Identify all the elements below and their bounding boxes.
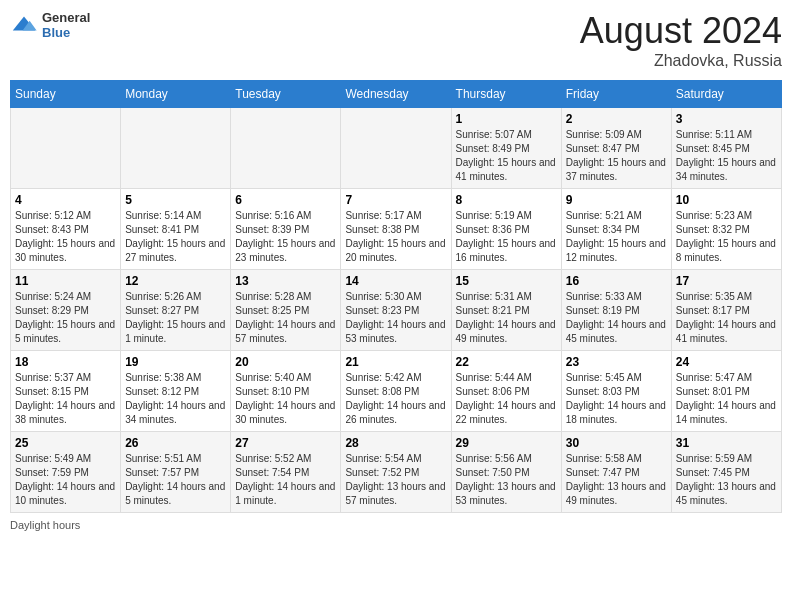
calendar-cell: 7Sunrise: 5:17 AM Sunset: 8:38 PM Daylig… xyxy=(341,189,451,270)
calendar-cell: 31Sunrise: 5:59 AM Sunset: 7:45 PM Dayli… xyxy=(671,432,781,513)
day-number: 28 xyxy=(345,436,446,450)
day-number: 21 xyxy=(345,355,446,369)
daylight-label: Daylight hours xyxy=(10,519,80,531)
day-info: Sunrise: 5:19 AM Sunset: 8:36 PM Dayligh… xyxy=(456,209,557,265)
calendar-cell: 12Sunrise: 5:26 AM Sunset: 8:27 PM Dayli… xyxy=(121,270,231,351)
day-info: Sunrise: 5:21 AM Sunset: 8:34 PM Dayligh… xyxy=(566,209,667,265)
calendar-cell: 6Sunrise: 5:16 AM Sunset: 8:39 PM Daylig… xyxy=(231,189,341,270)
day-info: Sunrise: 5:52 AM Sunset: 7:54 PM Dayligh… xyxy=(235,452,336,508)
calendar-cell: 8Sunrise: 5:19 AM Sunset: 8:36 PM Daylig… xyxy=(451,189,561,270)
calendar-cell xyxy=(231,108,341,189)
calendar-table: SundayMondayTuesdayWednesdayThursdayFrid… xyxy=(10,80,782,513)
day-info: Sunrise: 5:42 AM Sunset: 8:08 PM Dayligh… xyxy=(345,371,446,427)
day-number: 18 xyxy=(15,355,116,369)
day-number: 24 xyxy=(676,355,777,369)
weekday-header-row: SundayMondayTuesdayWednesdayThursdayFrid… xyxy=(11,81,782,108)
calendar-cell: 25Sunrise: 5:49 AM Sunset: 7:59 PM Dayli… xyxy=(11,432,121,513)
day-number: 4 xyxy=(15,193,116,207)
day-number: 13 xyxy=(235,274,336,288)
day-number: 29 xyxy=(456,436,557,450)
calendar-cell: 29Sunrise: 5:56 AM Sunset: 7:50 PM Dayli… xyxy=(451,432,561,513)
day-info: Sunrise: 5:14 AM Sunset: 8:41 PM Dayligh… xyxy=(125,209,226,265)
day-number: 22 xyxy=(456,355,557,369)
calendar-cell: 4Sunrise: 5:12 AM Sunset: 8:43 PM Daylig… xyxy=(11,189,121,270)
day-info: Sunrise: 5:51 AM Sunset: 7:57 PM Dayligh… xyxy=(125,452,226,508)
calendar-cell: 24Sunrise: 5:47 AM Sunset: 8:01 PM Dayli… xyxy=(671,351,781,432)
calendar-cell: 3Sunrise: 5:11 AM Sunset: 8:45 PM Daylig… xyxy=(671,108,781,189)
calendar-cell: 26Sunrise: 5:51 AM Sunset: 7:57 PM Dayli… xyxy=(121,432,231,513)
day-number: 11 xyxy=(15,274,116,288)
day-info: Sunrise: 5:07 AM Sunset: 8:49 PM Dayligh… xyxy=(456,128,557,184)
calendar-week-row: 1Sunrise: 5:07 AM Sunset: 8:49 PM Daylig… xyxy=(11,108,782,189)
calendar-week-row: 4Sunrise: 5:12 AM Sunset: 8:43 PM Daylig… xyxy=(11,189,782,270)
day-number: 20 xyxy=(235,355,336,369)
day-info: Sunrise: 5:26 AM Sunset: 8:27 PM Dayligh… xyxy=(125,290,226,346)
day-number: 30 xyxy=(566,436,667,450)
calendar-cell: 10Sunrise: 5:23 AM Sunset: 8:32 PM Dayli… xyxy=(671,189,781,270)
day-number: 15 xyxy=(456,274,557,288)
day-number: 19 xyxy=(125,355,226,369)
day-number: 16 xyxy=(566,274,667,288)
weekday-header: Wednesday xyxy=(341,81,451,108)
day-info: Sunrise: 5:17 AM Sunset: 8:38 PM Dayligh… xyxy=(345,209,446,265)
weekday-header: Saturday xyxy=(671,81,781,108)
calendar-week-row: 25Sunrise: 5:49 AM Sunset: 7:59 PM Dayli… xyxy=(11,432,782,513)
weekday-header: Friday xyxy=(561,81,671,108)
day-number: 14 xyxy=(345,274,446,288)
calendar-cell: 1Sunrise: 5:07 AM Sunset: 8:49 PM Daylig… xyxy=(451,108,561,189)
calendar-cell xyxy=(121,108,231,189)
weekday-header: Tuesday xyxy=(231,81,341,108)
calendar-cell: 23Sunrise: 5:45 AM Sunset: 8:03 PM Dayli… xyxy=(561,351,671,432)
logo-blue-text: Blue xyxy=(42,25,90,40)
calendar-cell: 27Sunrise: 5:52 AM Sunset: 7:54 PM Dayli… xyxy=(231,432,341,513)
calendar-week-row: 11Sunrise: 5:24 AM Sunset: 8:29 PM Dayli… xyxy=(11,270,782,351)
calendar-cell: 30Sunrise: 5:58 AM Sunset: 7:47 PM Dayli… xyxy=(561,432,671,513)
calendar-cell: 22Sunrise: 5:44 AM Sunset: 8:06 PM Dayli… xyxy=(451,351,561,432)
day-number: 7 xyxy=(345,193,446,207)
day-info: Sunrise: 5:58 AM Sunset: 7:47 PM Dayligh… xyxy=(566,452,667,508)
day-number: 9 xyxy=(566,193,667,207)
weekday-header: Sunday xyxy=(11,81,121,108)
calendar-body: 1Sunrise: 5:07 AM Sunset: 8:49 PM Daylig… xyxy=(11,108,782,513)
weekday-header: Monday xyxy=(121,81,231,108)
logo: General Blue xyxy=(10,10,90,40)
day-number: 12 xyxy=(125,274,226,288)
calendar-cell: 16Sunrise: 5:33 AM Sunset: 8:19 PM Dayli… xyxy=(561,270,671,351)
day-number: 2 xyxy=(566,112,667,126)
day-info: Sunrise: 5:23 AM Sunset: 8:32 PM Dayligh… xyxy=(676,209,777,265)
calendar-footer: Daylight hours xyxy=(10,519,782,531)
day-number: 8 xyxy=(456,193,557,207)
day-number: 31 xyxy=(676,436,777,450)
calendar-cell: 20Sunrise: 5:40 AM Sunset: 8:10 PM Dayli… xyxy=(231,351,341,432)
calendar-cell: 11Sunrise: 5:24 AM Sunset: 8:29 PM Dayli… xyxy=(11,270,121,351)
calendar-cell xyxy=(11,108,121,189)
day-info: Sunrise: 5:49 AM Sunset: 7:59 PM Dayligh… xyxy=(15,452,116,508)
day-info: Sunrise: 5:31 AM Sunset: 8:21 PM Dayligh… xyxy=(456,290,557,346)
calendar-week-row: 18Sunrise: 5:37 AM Sunset: 8:15 PM Dayli… xyxy=(11,351,782,432)
day-info: Sunrise: 5:16 AM Sunset: 8:39 PM Dayligh… xyxy=(235,209,336,265)
day-info: Sunrise: 5:40 AM Sunset: 8:10 PM Dayligh… xyxy=(235,371,336,427)
day-info: Sunrise: 5:59 AM Sunset: 7:45 PM Dayligh… xyxy=(676,452,777,508)
day-number: 27 xyxy=(235,436,336,450)
day-info: Sunrise: 5:11 AM Sunset: 8:45 PM Dayligh… xyxy=(676,128,777,184)
day-info: Sunrise: 5:12 AM Sunset: 8:43 PM Dayligh… xyxy=(15,209,116,265)
day-info: Sunrise: 5:33 AM Sunset: 8:19 PM Dayligh… xyxy=(566,290,667,346)
weekday-header: Thursday xyxy=(451,81,561,108)
logo-icon xyxy=(10,11,38,39)
calendar-cell: 2Sunrise: 5:09 AM Sunset: 8:47 PM Daylig… xyxy=(561,108,671,189)
day-info: Sunrise: 5:35 AM Sunset: 8:17 PM Dayligh… xyxy=(676,290,777,346)
calendar-header: SundayMondayTuesdayWednesdayThursdayFrid… xyxy=(11,81,782,108)
logo-general-text: General xyxy=(42,10,90,25)
month-year-title: August 2024 xyxy=(580,10,782,52)
day-info: Sunrise: 5:54 AM Sunset: 7:52 PM Dayligh… xyxy=(345,452,446,508)
day-info: Sunrise: 5:28 AM Sunset: 8:25 PM Dayligh… xyxy=(235,290,336,346)
day-info: Sunrise: 5:09 AM Sunset: 8:47 PM Dayligh… xyxy=(566,128,667,184)
calendar-cell: 19Sunrise: 5:38 AM Sunset: 8:12 PM Dayli… xyxy=(121,351,231,432)
calendar-cell: 5Sunrise: 5:14 AM Sunset: 8:41 PM Daylig… xyxy=(121,189,231,270)
day-number: 3 xyxy=(676,112,777,126)
day-info: Sunrise: 5:38 AM Sunset: 8:12 PM Dayligh… xyxy=(125,371,226,427)
calendar-cell xyxy=(341,108,451,189)
calendar-cell: 13Sunrise: 5:28 AM Sunset: 8:25 PM Dayli… xyxy=(231,270,341,351)
calendar-cell: 18Sunrise: 5:37 AM Sunset: 8:15 PM Dayli… xyxy=(11,351,121,432)
calendar-cell: 15Sunrise: 5:31 AM Sunset: 8:21 PM Dayli… xyxy=(451,270,561,351)
